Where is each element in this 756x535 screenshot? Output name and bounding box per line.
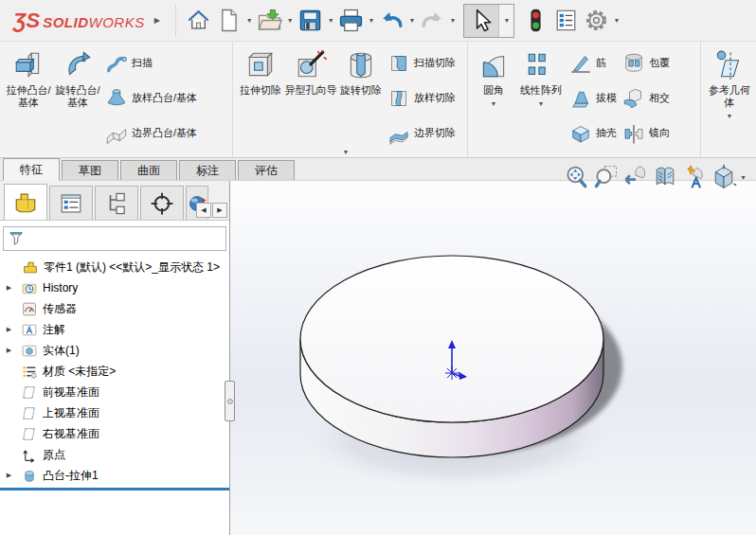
previous-view-button[interactable] xyxy=(621,163,650,191)
configurationmanager-tab[interactable] xyxy=(95,186,138,220)
undo-icon xyxy=(379,8,405,33)
annotation-views-button[interactable] xyxy=(679,163,709,191)
expander-icon[interactable]: ▶ xyxy=(3,472,15,479)
dimxpertmanager-tab[interactable] xyxy=(140,186,184,220)
home-button[interactable] xyxy=(185,7,213,35)
open-dropdown-arrow[interactable]: ▼ xyxy=(285,17,296,24)
undo-button[interactable] xyxy=(378,7,406,35)
tab-sketch[interactable]: 草图 xyxy=(62,160,118,180)
save-button[interactable] xyxy=(297,7,325,35)
tab-scroll-right-button[interactable]: ▶ xyxy=(212,203,227,218)
options-dropdown-arrow[interactable]: ▼ xyxy=(611,17,621,24)
tree-item-boss-extrude1[interactable]: ▶ 凸台-拉伸1 xyxy=(0,465,229,486)
tree-item-part-root[interactable]: 零件1 (默认) <<默认>_显示状态 1> xyxy=(0,257,229,277)
menu-expand-arrow[interactable]: ▶ xyxy=(154,16,160,25)
button-label: 参考几何体 xyxy=(705,84,754,109)
section-view-button[interactable] xyxy=(650,163,679,191)
featuremanager-tab[interactable] xyxy=(4,184,47,220)
tab-markup[interactable]: 标注 xyxy=(179,160,236,180)
tree-item-material[interactable]: 材质 <未指定> xyxy=(0,361,229,382)
hole-wizard-button[interactable]: 异型孔向导 xyxy=(284,45,337,155)
revolve-boss-button[interactable]: 旋转凸台/基体 xyxy=(53,45,102,155)
origin-axes-icon xyxy=(21,447,38,463)
select-tool-dropdown[interactable]: ▼ xyxy=(498,5,513,37)
redo-button[interactable] xyxy=(418,7,446,35)
mirror-button[interactable]: 镜向 xyxy=(620,116,673,151)
undo-dropdown-arrow[interactable]: ▼ xyxy=(407,17,418,24)
propertymanager-tab[interactable] xyxy=(49,186,93,220)
select-dropdown-arrow: ▼ xyxy=(501,17,512,24)
tree-item-front-plane[interactable]: 前视基准面 xyxy=(0,382,229,402)
linear-pattern-button[interactable]: 线性阵列 ▼ xyxy=(515,45,567,155)
tree-item-origin[interactable]: 原点 xyxy=(0,444,229,465)
print-button[interactable] xyxy=(337,7,366,35)
new-document-dropdown-arrow[interactable]: ▼ xyxy=(244,17,255,24)
fillet-dropdown-arrow[interactable]: ▼ xyxy=(489,100,499,107)
zoom-fit-button[interactable] xyxy=(562,163,591,191)
tab-scroll-left-button[interactable]: ◀ xyxy=(196,203,211,218)
annotation-views-icon xyxy=(681,164,708,190)
tree-item-sensors[interactable]: 传感器 xyxy=(0,298,229,319)
tab-features[interactable]: 特征 xyxy=(3,158,60,181)
heads-up-view-toolbar: ▼ xyxy=(562,163,748,191)
panel-tab-strip: ◀ ▶ xyxy=(0,181,229,221)
fillet-button[interactable]: 圆角 ▼ xyxy=(472,45,515,155)
tab-surfaces[interactable]: 曲面 xyxy=(120,160,177,180)
tab-evaluate[interactable]: 评估 xyxy=(238,160,295,180)
reference-geometry-dropdown-arrow[interactable]: ▼ xyxy=(725,113,735,119)
graphics-viewport[interactable]: ▼ xyxy=(230,181,756,535)
tree-item-label: 上视基准面 xyxy=(43,405,99,421)
extruded-cut-button[interactable]: 拉伸切除 xyxy=(237,45,284,155)
wrap-button[interactable]: 包覆 xyxy=(620,45,673,80)
rollback-bar[interactable] xyxy=(0,488,229,490)
redo-dropdown-arrow[interactable]: ▼ xyxy=(447,17,458,24)
loft-button[interactable]: 放样凸台/基体 xyxy=(102,80,200,116)
traffic-light-button[interactable] xyxy=(521,7,549,35)
view-orientation-button[interactable] xyxy=(709,163,738,191)
options-button[interactable] xyxy=(582,7,610,35)
boundary-boss-button[interactable]: 边界凸台/基体 xyxy=(102,116,200,151)
button-label: 边界凸台/基体 xyxy=(132,126,197,140)
intersect-button[interactable]: 相交 xyxy=(620,80,673,116)
button-label: 扫描切除 xyxy=(414,56,456,70)
tab-label: 标注 xyxy=(196,163,219,179)
panel-splitter-handle[interactable] xyxy=(225,381,235,421)
tree-item-right-plane[interactable]: 右视基准面 xyxy=(0,423,229,444)
fillet-icon xyxy=(477,49,510,81)
button-label: 扫描 xyxy=(132,56,153,70)
linear-pattern-dropdown-arrow[interactable]: ▼ xyxy=(536,100,547,107)
tree-item-top-plane[interactable]: 上视基准面 xyxy=(0,402,229,423)
tree-item-annotations[interactable]: ▶ 注解 xyxy=(0,319,229,340)
view-orientation-dropdown-arrow[interactable]: ▼ xyxy=(738,174,748,181)
lofted-cut-button[interactable]: 放样切除 xyxy=(385,80,459,116)
save-dropdown-arrow[interactable]: ▼ xyxy=(326,17,336,24)
select-tool-button[interactable] xyxy=(464,5,498,37)
sweep-button[interactable]: 扫描 xyxy=(102,45,200,80)
new-document-icon xyxy=(216,8,242,33)
revolved-cut-button[interactable]: 旋转切除 xyxy=(337,45,385,155)
expander-icon[interactable]: ▶ xyxy=(3,347,15,354)
open-button[interactable] xyxy=(256,7,284,35)
draft-button[interactable]: 拔模 xyxy=(567,80,620,116)
print-dropdown-arrow[interactable]: ▼ xyxy=(367,17,377,24)
cut-group-overflow-arrow[interactable]: ▼ xyxy=(341,149,351,155)
display-pane-button[interactable] xyxy=(551,7,580,35)
panel-tab-scroll: ◀ ▶ xyxy=(195,203,227,218)
zoom-area-button[interactable] xyxy=(591,163,621,191)
boundary-cut-button[interactable]: 边界切除 xyxy=(385,116,459,151)
shell-button[interactable]: 抽壳 xyxy=(567,116,620,151)
reference-geometry-button[interactable]: 参考几何体 ▼ xyxy=(705,45,754,155)
expander-icon[interactable]: ▶ xyxy=(3,284,15,292)
button-label: 放样凸台/基体 xyxy=(132,91,197,105)
expander-icon[interactable]: ▶ xyxy=(3,326,15,333)
solidworks-logo[interactable]: ƷS SOLID WORKS xyxy=(6,9,149,33)
tree-item-solid-bodies[interactable]: ▶ 实体(1) xyxy=(0,340,229,361)
rib-button[interactable]: 筋 xyxy=(567,45,620,80)
extrude-boss-button[interactable]: 拉伸凸台/基体 xyxy=(4,45,53,155)
tree-item-history[interactable]: ▶ History xyxy=(0,277,229,298)
new-document-button[interactable] xyxy=(215,7,243,35)
filter-input[interactable] xyxy=(28,232,222,245)
previous-view-icon xyxy=(622,164,649,190)
swept-cut-button[interactable]: 扫描切除 xyxy=(385,45,459,80)
open-folder-icon xyxy=(257,8,282,33)
